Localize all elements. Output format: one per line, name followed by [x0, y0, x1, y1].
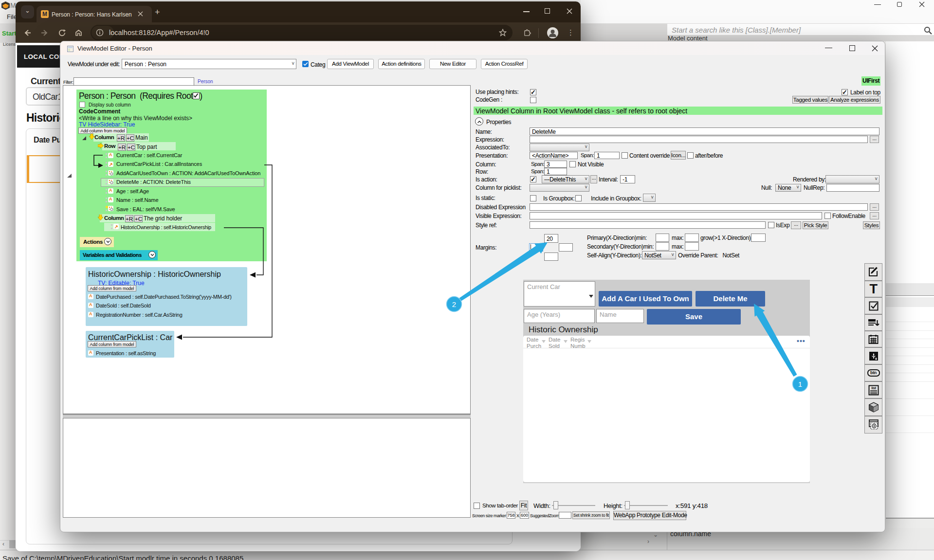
- svg-text:2: 2: [452, 300, 456, 308]
- svg-text:1: 1: [798, 380, 802, 388]
